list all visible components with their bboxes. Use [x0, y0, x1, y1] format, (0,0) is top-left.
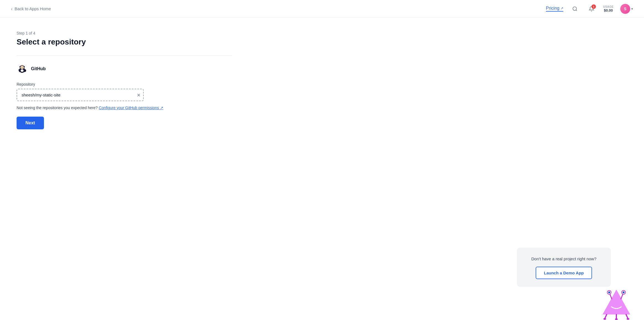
chevron-down-icon: ▾: [631, 7, 633, 11]
svg-point-5: [21, 67, 22, 67]
clear-repository-button[interactable]: ✕: [137, 92, 140, 98]
avatar-dropdown[interactable]: S ▾: [620, 4, 633, 14]
svg-point-0: [573, 7, 576, 10]
github-label: GitHub: [31, 66, 46, 71]
notifications-button[interactable]: 1: [587, 4, 596, 14]
search-button[interactable]: [570, 4, 580, 14]
svg-point-9: [24, 66, 25, 67]
header: ‹ Back to Apps Home Pricing ↗ 1 USAGE $0…: [0, 0, 644, 18]
svg-point-4: [20, 66, 24, 69]
svg-point-24: [627, 318, 629, 320]
svg-line-1: [576, 10, 577, 11]
svg-line-20: [605, 314, 607, 319]
usage-block: USAGE $0.00: [603, 5, 614, 12]
section-divider: [17, 55, 232, 56]
configure-permissions-link[interactable]: Configure your GitHub permissions ↗: [99, 106, 163, 110]
demo-card-text: Don't have a real project right now?: [528, 256, 600, 261]
pricing-label: Pricing: [546, 6, 559, 11]
svg-point-8: [20, 66, 21, 67]
back-to-apps-link[interactable]: ‹ Back to Apps Home: [11, 6, 51, 11]
github-icon: [17, 63, 28, 74]
svg-point-25: [615, 318, 618, 320]
repository-input[interactable]: [17, 89, 144, 101]
repository-field-label: Repository: [17, 82, 232, 86]
main-content: Step 1 of 4 Select a repository: [0, 18, 249, 143]
svg-point-12: [21, 69, 24, 72]
svg-point-7: [22, 67, 22, 68]
pricing-arrow-icon: ↗: [561, 6, 563, 10]
mascot-illustration: [600, 287, 633, 320]
github-row: GitHub: [17, 63, 232, 74]
svg-marker-13: [603, 290, 630, 314]
repository-input-wrapper: ✕: [17, 89, 144, 101]
header-right: Pricing ↗ 1 USAGE $0.00 S ▾: [546, 4, 633, 14]
notification-badge: 1: [591, 4, 596, 9]
avatar: S: [620, 4, 630, 14]
demo-card: Don't have a real project right now? Lau…: [517, 248, 611, 287]
step-label: Step 1 of 4: [17, 31, 232, 35]
usage-label: USAGE: [603, 5, 614, 8]
pricing-link[interactable]: Pricing ↗: [546, 6, 563, 12]
help-text: Not seeing the repositories you expected…: [17, 106, 232, 110]
svg-point-6: [23, 67, 23, 67]
launch-demo-button[interactable]: Launch a Demo App: [536, 267, 592, 279]
page-title: Select a repository: [17, 38, 232, 46]
next-button[interactable]: Next: [17, 117, 44, 129]
svg-point-19: [623, 292, 625, 293]
svg-line-21: [626, 314, 628, 319]
svg-point-23: [603, 318, 606, 320]
svg-point-16: [608, 292, 610, 293]
usage-amount: $0.00: [604, 8, 613, 12]
back-label: Back to Apps Home: [15, 6, 51, 11]
chevron-left-icon: ‹: [11, 7, 12, 11]
